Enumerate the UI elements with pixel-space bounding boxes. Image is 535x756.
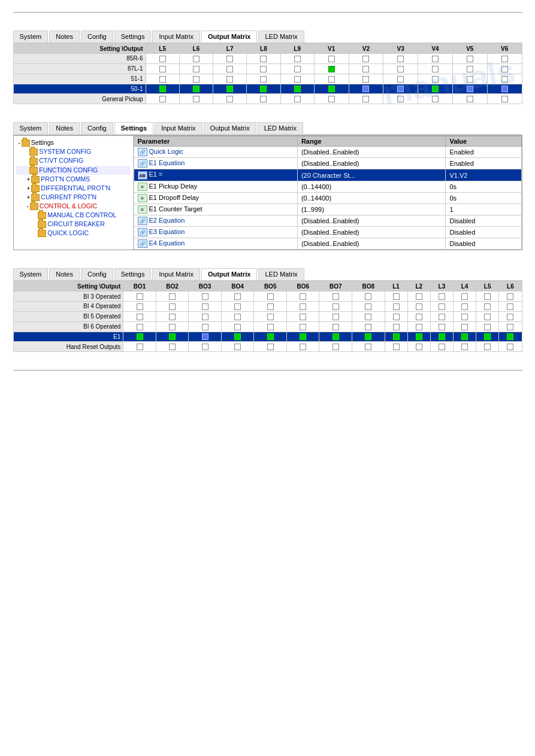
cell-4-1[interactable]: [156, 332, 189, 342]
cell-0-9[interactable]: [452, 54, 487, 64]
cell-2-8[interactable]: [385, 311, 407, 321]
cell-1-9[interactable]: [452, 63, 487, 74]
cell-3-4[interactable]: [280, 84, 314, 94]
cell-3-0[interactable]: [146, 84, 179, 94]
tree-link-10[interactable]: QUICK LOGIC: [47, 229, 89, 236]
cell-1-3[interactable]: [221, 302, 254, 312]
cell-0-1[interactable]: [179, 54, 213, 64]
cell-4-9[interactable]: [452, 94, 487, 104]
param-name-0[interactable]: 🔗Quick Logic: [134, 147, 297, 158]
cell-2-10[interactable]: [487, 74, 522, 84]
cell-1-9[interactable]: [407, 302, 430, 312]
cell-4-4[interactable]: [280, 94, 314, 104]
cell-3-3[interactable]: [247, 84, 280, 94]
tab-output-matrix-1[interactable]: Output Matrix: [201, 31, 258, 42]
cell-3-5[interactable]: [286, 321, 319, 332]
cell-3-13[interactable]: [499, 321, 522, 332]
cell-4-5[interactable]: [314, 94, 349, 104]
cell-3-3[interactable]: [221, 321, 254, 332]
cell-0-0[interactable]: [146, 54, 179, 64]
tree-expand-7[interactable]: -: [27, 203, 29, 210]
cell-3-1[interactable]: [179, 84, 213, 94]
cell-4-5[interactable]: [286, 332, 319, 342]
tab-led-matrix-3[interactable]: LED Matrix: [258, 268, 304, 280]
param-link-8[interactable]: E4 Equation: [149, 239, 185, 247]
cell-1-7[interactable]: [383, 63, 418, 74]
cell-0-9[interactable]: [407, 292, 430, 302]
cell-2-0[interactable]: [146, 74, 179, 84]
cell-2-5[interactable]: [286, 311, 319, 321]
tab-output-matrix-3[interactable]: Output Matrix: [201, 268, 258, 280]
cell-2-2[interactable]: [213, 74, 247, 84]
cell-0-6[interactable]: [319, 292, 352, 302]
cell-4-6[interactable]: [349, 94, 383, 104]
cell-5-11[interactable]: [453, 342, 476, 352]
cell-0-7[interactable]: [352, 292, 385, 302]
cell-0-11[interactable]: [453, 292, 476, 302]
cell-1-4[interactable]: [280, 63, 314, 74]
tree-item-4[interactable]: +PROT'N COMMS: [16, 175, 131, 184]
tree-item-2[interactable]: CT/VT CONFIG: [16, 156, 131, 165]
tree-link-5[interactable]: DIFFERENTIAL PROT'N: [41, 184, 110, 192]
cell-4-2[interactable]: [189, 332, 222, 342]
cell-2-1[interactable]: [179, 74, 213, 84]
tree-link-9[interactable]: CIRCUIT BREAKER: [47, 220, 105, 227]
cell-2-3[interactable]: [221, 311, 254, 321]
cell-5-13[interactable]: [499, 342, 522, 352]
cell-4-10[interactable]: [487, 94, 522, 104]
cell-2-11[interactable]: [453, 311, 476, 321]
tab-system-3[interactable]: System: [13, 268, 49, 280]
tab-settings-2[interactable]: Settings: [114, 122, 153, 134]
cell-1-10[interactable]: [487, 63, 522, 74]
cell-1-6[interactable]: [319, 302, 352, 312]
cell-0-2[interactable]: [213, 54, 247, 64]
cell-5-9[interactable]: [407, 342, 430, 352]
param-name-8[interactable]: 🔗E4 Equation: [134, 238, 297, 250]
cell-5-2[interactable]: [189, 342, 222, 352]
cell-5-3[interactable]: [221, 342, 254, 352]
param-link-0[interactable]: Quick Logic: [149, 148, 183, 155]
tab-config-1[interactable]: Config: [81, 31, 113, 42]
cell-3-5[interactable]: [314, 84, 349, 94]
cell-4-7[interactable]: [383, 94, 418, 104]
cell-1-13[interactable]: [499, 302, 522, 312]
param-link-6[interactable]: E2 Equation: [149, 217, 185, 224]
cell-2-13[interactable]: [499, 311, 522, 321]
tree-item-10[interactable]: QUICK LOGIC: [16, 229, 131, 238]
cell-4-6[interactable]: [319, 332, 352, 342]
cell-0-3[interactable]: [221, 292, 254, 302]
cell-4-1[interactable]: [179, 94, 213, 104]
cell-1-4[interactable]: [254, 302, 287, 312]
cell-0-5[interactable]: [314, 54, 349, 64]
tree-link-1[interactable]: SYSTEM CONFIG: [39, 148, 91, 155]
cell-2-12[interactable]: [476, 311, 499, 321]
tree-link-2[interactable]: CT/VT CONFIG: [39, 157, 83, 164]
cell-3-1[interactable]: [156, 321, 189, 332]
cell-4-0[interactable]: [146, 94, 179, 104]
cell-1-5[interactable]: [314, 63, 349, 74]
cell-1-2[interactable]: [213, 63, 247, 74]
tree-item-5[interactable]: +DIFFERENTIAL PROT'N: [16, 184, 131, 193]
param-name-7[interactable]: 🔗E3 Equation: [134, 226, 297, 238]
cell-5-5[interactable]: [286, 342, 319, 352]
tree-link-3[interactable]: FUNCTION CONFIG: [39, 166, 98, 174]
param-name-1[interactable]: 🔗E1 Equation: [134, 158, 297, 169]
cell-0-0[interactable]: [123, 292, 156, 302]
cell-2-9[interactable]: [452, 74, 487, 84]
cell-0-8[interactable]: [385, 292, 407, 302]
cell-2-0[interactable]: [123, 311, 156, 321]
tree-item-7[interactable]: -CONTROL & LOGIC: [16, 202, 131, 211]
cell-5-8[interactable]: [385, 342, 407, 352]
cell-4-8[interactable]: [418, 94, 453, 104]
tree-item-8[interactable]: MANUAL CB CONTROL: [16, 211, 131, 220]
tab-input-matrix-2[interactable]: Input Matrix: [155, 122, 202, 134]
tab-input-matrix-3[interactable]: Input Matrix: [152, 268, 200, 280]
tab-config-3[interactable]: Config: [81, 268, 113, 280]
cell-3-2[interactable]: [189, 321, 222, 332]
tree-link-4[interactable]: PROT'N COMMS: [41, 175, 90, 183]
cell-1-0[interactable]: [146, 63, 179, 74]
tab-output-matrix-2[interactable]: Output Matrix: [204, 122, 256, 134]
cell-5-6[interactable]: [319, 342, 352, 352]
cell-1-2[interactable]: [189, 302, 222, 312]
cell-3-9[interactable]: [452, 84, 487, 94]
